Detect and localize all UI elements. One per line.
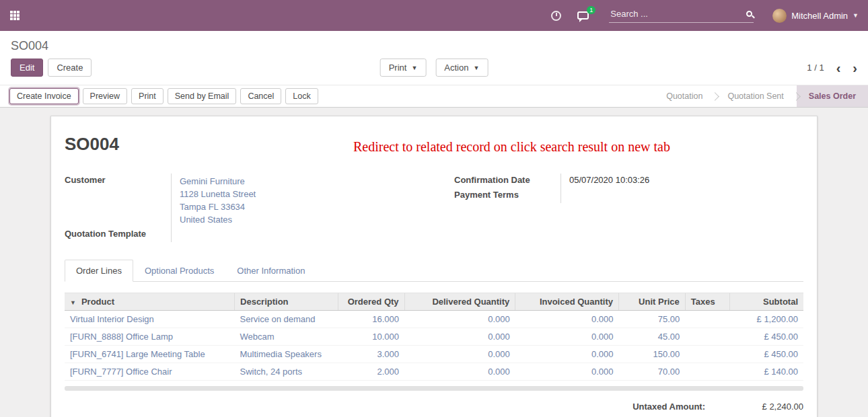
description-cell: Service on demand (235, 311, 338, 328)
subtotal-cell: £ 450.00 (729, 328, 803, 346)
invoiced-qty-cell: 0.000 (515, 328, 619, 346)
product-cell[interactable]: Virtual Interior Design (65, 311, 235, 328)
header-unit-price[interactable]: Unit Price (618, 293, 685, 311)
print-dropdown-label: Print (389, 63, 407, 73)
statusbar: Create Invoice Preview Print Send by Ema… (0, 85, 868, 108)
activities-clock-icon[interactable] (551, 11, 561, 21)
header-product[interactable]: ▼Product (65, 293, 235, 311)
ordered-qty-cell: 3.000 (338, 346, 404, 363)
invoiced-qty-cell: 0.000 (515, 363, 619, 381)
invoiced-qty-cell: 0.000 (515, 311, 619, 328)
description-cell: Multimedia Speakers (235, 346, 338, 363)
confirmation-date-value: 05/07/2020 10:03:26 (560, 174, 803, 188)
quotation-template-value (171, 227, 414, 242)
user-menu[interactable]: Mitchell Admin ▼ (772, 9, 859, 23)
tab-optional-products[interactable]: Optional Products (133, 260, 225, 282)
chevron-down-icon: ▼ (853, 12, 859, 19)
header-delivered-quantity[interactable]: Delivered Quantity (404, 293, 515, 311)
pager: 1 / 1 ‹ › (807, 63, 857, 73)
cancel-button[interactable]: Cancel (240, 88, 281, 104)
delivered-qty-cell: 0.000 (404, 328, 515, 346)
customer-name-link[interactable]: Gemini Furniture (180, 175, 414, 188)
chevron-down-icon: ▼ (473, 65, 479, 71)
ordered-qty-cell: 2.000 (338, 363, 404, 381)
order-lines-body: Virtual Interior Design Service on deman… (65, 311, 803, 381)
invoiced-qty-cell: 0.000 (515, 346, 619, 363)
horizontal-scrollbar[interactable] (65, 386, 803, 391)
order-line-row[interactable]: Virtual Interior Design Service on deman… (65, 311, 803, 328)
action-dropdown[interactable]: Action ▼ (435, 59, 488, 77)
unit-price-cell: 70.00 (618, 363, 685, 381)
table-header-row: ▼Product Description Ordered Qty Deliver… (65, 293, 803, 311)
order-line-row[interactable]: [FURN_8888] Office Lamp Webcam 10.000 0.… (65, 328, 803, 346)
header-subtotal[interactable]: Subtotal (729, 293, 803, 311)
pager-next-icon[interactable]: › (853, 63, 857, 73)
unit-price-cell: 150.00 (618, 346, 685, 363)
taxes-cell (685, 363, 729, 381)
message-count-badge: 1 (587, 6, 595, 14)
payment-terms-value (560, 188, 803, 203)
create-button[interactable]: Create (48, 59, 92, 77)
delivered-qty-cell: 0.000 (404, 363, 515, 381)
product-cell[interactable]: [FURN_8888] Office Lamp (65, 328, 235, 346)
product-cell[interactable]: [FURN_6741] Large Meeting Table (65, 346, 235, 363)
totals-row: Untaxed Amount: £ 2,240.00 (65, 402, 803, 412)
order-line-row[interactable]: [FURN_7777] Office Chair Switch, 24 port… (65, 363, 803, 381)
search-icon[interactable] (746, 11, 752, 17)
header-description[interactable]: Description (235, 293, 338, 311)
lock-button[interactable]: Lock (285, 88, 318, 104)
page-title: SO004 (11, 39, 48, 52)
order-line-row[interactable]: [FURN_6741] Large Meeting Table Multimed… (65, 346, 803, 363)
chevron-down-icon: ▼ (411, 65, 417, 71)
order-lines-table: ▼Product Description Ordered Qty Deliver… (65, 293, 803, 381)
right-field-group: Confirmation Date 05/07/2020 10:03:26 Pa… (454, 174, 803, 242)
customer-label: Customer (65, 174, 171, 227)
customer-value[interactable]: Gemini Furniture 1128 Lunetta Street Tam… (171, 174, 414, 227)
tab-other-information[interactable]: Other Information (225, 260, 316, 282)
send-by-email-button[interactable]: Send by Email (168, 88, 237, 104)
user-name: Mitchell Admin (791, 11, 848, 21)
avatar (772, 9, 787, 23)
taxes-cell (685, 346, 729, 363)
taxes-cell (685, 311, 729, 328)
preview-button[interactable]: Preview (83, 88, 127, 104)
product-cell[interactable]: [FURN_7777] Office Chair (65, 363, 235, 381)
delivered-qty-cell: 0.000 (404, 311, 515, 328)
record-sheet: SO004 Redirect to related record on clic… (50, 116, 818, 417)
top-navbar: 1 Mitchell Admin ▼ (0, 0, 868, 31)
quotation-template-label: Quotation Template (65, 227, 171, 242)
confirmation-date-label: Confirmation Date (454, 174, 560, 188)
column-dropdown-icon[interactable]: ▼ (70, 299, 76, 306)
messages-menu[interactable]: 1 (577, 11, 589, 20)
form-view-container: SO004 Redirect to related record on clic… (0, 108, 868, 417)
print-dropdown[interactable]: Print ▼ (380, 59, 427, 77)
step-quotation[interactable]: Quotation (654, 85, 715, 107)
search-input[interactable] (609, 8, 742, 20)
subtotal-cell: £ 1,200.00 (729, 311, 803, 328)
unit-price-cell: 45.00 (618, 328, 685, 346)
unit-price-cell: 75.00 (618, 311, 685, 328)
header-product-label: Product (81, 297, 114, 307)
action-dropdown-label: Action (444, 63, 468, 73)
control-panel: Edit Create Print ▼ Action ▼ 1 / 1 ‹ › (0, 54, 868, 85)
header-taxes[interactable]: Taxes (685, 293, 729, 311)
description-cell: Webcam (235, 328, 338, 346)
ordered-qty-cell: 16.000 (338, 311, 404, 328)
record-title: SO004 (65, 134, 119, 155)
header-ordered-qty[interactable]: Ordered Qty (338, 293, 404, 311)
header-invoiced-quantity[interactable]: Invoiced Quantity (515, 293, 619, 311)
step-quotation-sent[interactable]: Quotation Sent (715, 85, 795, 107)
global-search (609, 8, 754, 23)
subtotal-cell: £ 450.00 (729, 346, 803, 363)
create-invoice-button[interactable]: Create Invoice (9, 88, 79, 104)
subtotal-cell: £ 140.00 (729, 363, 803, 381)
untaxed-amount-label: Untaxed Amount: (632, 402, 705, 412)
print-button[interactable]: Print (131, 88, 164, 104)
customer-street: 1128 Lunetta Street (180, 188, 414, 200)
step-sales-order[interactable]: Sales Order (797, 85, 868, 107)
edit-button[interactable]: Edit (11, 59, 43, 77)
apps-menu-icon[interactable] (9, 10, 20, 21)
tab-order-lines[interactable]: Order Lines (65, 260, 133, 282)
description-cell: Switch, 24 ports (235, 363, 338, 381)
pager-previous-icon[interactable]: ‹ (836, 63, 841, 73)
